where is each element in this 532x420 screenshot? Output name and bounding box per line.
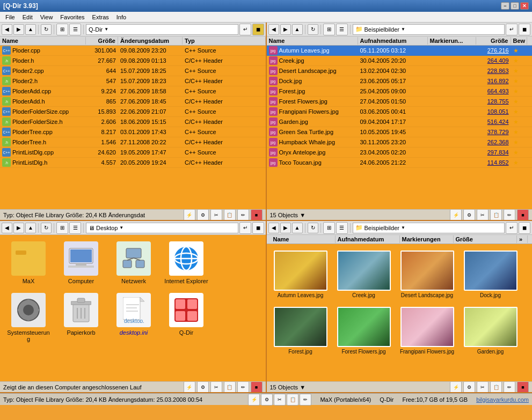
bottom-icon3[interactable]: ✂ xyxy=(274,394,286,406)
col-size-tl[interactable]: Größe xyxy=(86,37,118,45)
menu-extras[interactable]: Extras xyxy=(89,13,112,21)
list-item[interactable]: Systemsteuerung xyxy=(4,291,53,344)
table-row[interactable]: C++ PloderTree.cpp 8.217 03.01.2009 17:4… xyxy=(0,127,266,137)
bottom-icon5[interactable]: ✏ xyxy=(300,394,311,406)
extra-btn-bl[interactable]: ◼ xyxy=(252,222,264,234)
list-item[interactable]: Autumn Leaves.jpg xyxy=(271,248,330,300)
extra-btn-tl[interactable]: ◼ xyxy=(252,24,264,35)
status-more-tr[interactable]: ■ xyxy=(517,209,529,220)
col-aufn-tr[interactable]: Aufnahmedatum xyxy=(358,37,428,45)
menu-info[interactable]: Info xyxy=(113,13,129,21)
list-item[interactable]: Forest Flowers.jpg xyxy=(334,305,393,357)
table-row[interactable]: jpg Creek.jpg 30.04.2005 20:20 264.409 ★ xyxy=(267,56,533,66)
table-row[interactable]: C++ Ploder2.cpp 644 15.07.2009 18:25 C++… xyxy=(0,66,266,76)
up-button-bl[interactable]: ▲ xyxy=(25,223,36,233)
extra-btn-br[interactable]: ◼ xyxy=(519,222,530,234)
list-item[interactable]: Desert Landscape.jpg xyxy=(398,248,457,300)
view-list-br[interactable]: ☰ xyxy=(336,222,348,234)
table-row[interactable]: C++ PloderAdd.cpp 9.224 27.06.2009 18:58… xyxy=(0,86,266,97)
thumb-grid-br[interactable]: Autumn Leaves.jpg Creek.jpg Desert Lands… xyxy=(267,244,533,381)
maximize-button[interactable]: □ xyxy=(511,2,519,10)
status-more-br[interactable]: ■ xyxy=(517,381,529,392)
status-icon2-bl[interactable]: ⚙ xyxy=(197,381,209,392)
menu-view[interactable]: View xyxy=(37,13,56,21)
list-item[interactable]: Frangipani Flowers.jpg xyxy=(398,305,457,357)
status-more-bl[interactable]: ■ xyxy=(251,381,263,392)
file-rows-tr[interactable]: jpg Autumn Leaves.jpg 05.11.2005 03:12 2… xyxy=(267,46,533,209)
table-row[interactable]: C++ PloderFolderSize.cpp 15.893 22.06.20… xyxy=(0,107,266,117)
status-icon2-tl[interactable]: ⚙ xyxy=(197,209,209,220)
back-button-tr[interactable]: ◀ xyxy=(268,24,279,35)
table-row[interactable]: jpg Forest.jpg 25.04.2005 09:00 664.493 … xyxy=(267,86,533,97)
view-list-bl[interactable]: ☰ xyxy=(69,222,81,234)
status-icon5-tl[interactable]: ✏ xyxy=(237,209,249,220)
col-more-br[interactable]: » xyxy=(517,235,528,243)
icon-grid-bl[interactable]: MaX Computer Netzwerk Internet Explorer … xyxy=(0,235,266,381)
bottom-icon1[interactable]: ⚡ xyxy=(248,394,260,406)
list-item[interactable]: Q-Dir xyxy=(162,291,210,344)
table-row[interactable]: C++ PrintListDlg.cpp 24.620 19.05.2009 1… xyxy=(0,148,266,158)
table-row[interactable]: .h Ploder.h 27.667 09.08.2009 01:13 C/C+… xyxy=(0,56,266,66)
close-button[interactable]: ✕ xyxy=(520,2,529,10)
status-icon5-br[interactable]: ✏ xyxy=(504,381,515,392)
menu-favorites[interactable]: Favorites xyxy=(57,13,88,21)
up-button-br[interactable]: ▲ xyxy=(292,223,303,233)
col-grosse-tr[interactable]: Größe xyxy=(476,37,511,45)
status-icon5-tr[interactable]: ✏ xyxy=(504,209,515,220)
view-btn-br[interactable]: ⊞ xyxy=(323,222,335,234)
table-row[interactable]: jpg Humpback Whale.jpg 30.11.2005 23:20 … xyxy=(267,137,533,148)
table-row[interactable]: jpg Oryx Antelope.jpg 23.04.2005 02:20 2… xyxy=(267,148,533,158)
view-btn-bl[interactable]: ⊞ xyxy=(56,222,68,234)
menu-edit[interactable]: Edit xyxy=(19,13,36,21)
list-item[interactable]: Computer xyxy=(57,239,105,286)
path-go-tr[interactable]: ↵ xyxy=(506,24,518,35)
list-item[interactable]: Internet Explorer xyxy=(162,239,210,286)
status-more-tl[interactable]: ■ xyxy=(251,209,263,220)
status-icon1-tr[interactable]: ⚡ xyxy=(450,209,462,220)
col-mark-br[interactable]: Markierungen xyxy=(400,235,454,243)
table-row[interactable]: jpg Green Sea Turtle.jpg 10.05.2005 19:4… xyxy=(267,127,533,137)
list-item[interactable]: desktop.ini desktop.ini xyxy=(110,291,158,344)
table-row[interactable]: .h Ploder2.h 547 15.07.2009 18:23 C/C++ … xyxy=(0,76,266,86)
table-row[interactable]: jpg Desert Landscape.jpg 13.02.2004 02:3… xyxy=(267,66,533,76)
status-icon5-bl[interactable]: ✏ xyxy=(237,381,249,392)
path-bottom-right[interactable]: 📁 Beispielbilder ▼ xyxy=(353,223,505,233)
back-button-tl[interactable]: ◀ xyxy=(2,24,12,35)
back-button-br[interactable]: ◀ xyxy=(268,223,279,233)
status-icon4-tr[interactable]: 📋 xyxy=(490,209,502,220)
bottom-icon2[interactable]: ⚙ xyxy=(261,394,273,406)
table-row[interactable]: jpg Garden.jpg 09.04.2004 17:17 516.424 … xyxy=(267,117,533,127)
list-item[interactable]: Dock.jpg xyxy=(461,248,520,300)
col-name-tr[interactable]: Name xyxy=(267,37,358,45)
view-btn-tr[interactable]: ⊞ xyxy=(323,24,335,35)
table-row[interactable]: .h PloderFolderSize.h 2.606 18.06.2009 1… xyxy=(0,117,266,127)
file-rows-tl[interactable]: C++ Ploder.cpp 301.004 09.08.2009 23:20 … xyxy=(0,46,266,209)
status-icon3-bl[interactable]: ✂ xyxy=(210,381,222,392)
status-icon3-tl[interactable]: ✂ xyxy=(210,209,222,220)
minimize-button[interactable]: − xyxy=(501,2,509,10)
refresh-button-tl[interactable]: ↻ xyxy=(41,24,52,35)
table-row[interactable]: jpg Autumn Leaves.jpg 05.11.2005 03:12 2… xyxy=(267,46,533,56)
col-grosse-br[interactable]: Größe xyxy=(454,235,518,243)
col-bew-tr[interactable]: Bew xyxy=(511,37,527,45)
view-list-tl[interactable]: ☰ xyxy=(69,24,81,35)
forward-button-br[interactable]: ▶ xyxy=(280,223,291,233)
forward-button-tr[interactable]: ▶ xyxy=(280,24,291,35)
view-btn-tl[interactable]: ⊞ xyxy=(56,24,68,35)
view-list-tr[interactable]: ☰ xyxy=(336,24,348,35)
list-item[interactable]: Netzwerk xyxy=(110,239,158,286)
table-row[interactable]: jpg Frangipani Flowers.jpg 03.06.2005 00… xyxy=(267,107,533,117)
col-type-tl[interactable]: Typ xyxy=(183,37,266,45)
table-row[interactable]: C++ Ploder.cpp 301.004 09.08.2009 23:20 … xyxy=(0,46,266,56)
status-icon2-br[interactable]: ⚙ xyxy=(463,381,475,392)
status-icon3-br[interactable]: ✂ xyxy=(477,381,489,392)
status-icon3-tr[interactable]: ✂ xyxy=(477,209,489,220)
list-item[interactable]: Papierkorb xyxy=(57,291,105,344)
back-button-bl[interactable]: ◀ xyxy=(2,223,12,233)
status-icon1-br[interactable]: ⚡ xyxy=(450,381,462,392)
status-icon4-br[interactable]: 📋 xyxy=(490,381,502,392)
path-go-tl[interactable]: ↵ xyxy=(239,24,251,35)
table-row[interactable]: .h PloderAdd.h 865 27.06.2009 18:45 C/C+… xyxy=(0,97,266,107)
refresh-button-bl[interactable]: ↻ xyxy=(41,223,52,233)
list-item[interactable]: MaX xyxy=(4,239,53,286)
